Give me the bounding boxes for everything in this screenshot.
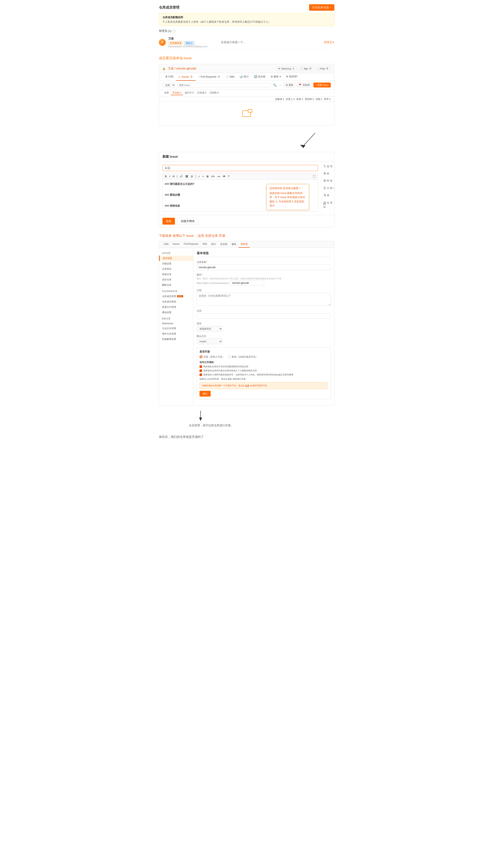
radio-open[interactable]: 开源（所有人可见） <box>199 355 224 359</box>
subtab-open[interactable]: 开启的 0 <box>171 91 183 95</box>
quote-button[interactable]: «» <box>217 175 221 178</box>
info-icon[interactable]: i <box>173 29 175 32</box>
mention-button[interactable]: @ <box>190 175 194 178</box>
nav-item-features[interactable]: 功能设置 <box>159 261 193 266</box>
tab-service[interactable]: ⚙ 服务 ▾ <box>268 73 283 81</box>
settings-tab-issues[interactable]: Issues <box>171 241 182 248</box>
repo-path-input[interactable] <box>230 280 264 286</box>
license-select-link[interactable]: 选择 <box>245 384 250 387</box>
milestone-button[interactable]: 🚩 里程碑 <box>297 83 312 88</box>
editor-content[interactable]: ### 请问题是怎么引起的? ### 重现步骤 ### 报错信息 这里的内容 是… <box>163 180 318 211</box>
nav-item-transfer[interactable]: 转移仓库 <box>159 272 193 277</box>
settings-tab-wiki[interactable]: Wiki <box>200 241 209 248</box>
fork-button[interactable]: ⑂ Fork 0 <box>316 67 331 71</box>
nav-item-convention[interactable]: 签署公约管理 <box>159 304 193 310</box>
nav-item-members[interactable]: 仓库成员管理 NEW <box>159 294 193 299</box>
language-select[interactable]: 请选择语言 <box>197 326 222 332</box>
annotation-text-1: 成员看完就来说 issue <box>159 56 335 61</box>
issue-filter-select[interactable]: 全部 <box>163 83 175 88</box>
member-role-dropdown[interactable]: 管理员 ▾ <box>324 41 335 44</box>
checkbox-3[interactable] <box>199 373 202 376</box>
repo-mock-issues: 🔒 万泉 / remote-gitcode 👁 Watching 1 ☆ Sta… <box>159 64 335 125</box>
fork-label: Fork <box>320 67 325 70</box>
nav-item-status[interactable]: 仓库状态 <box>159 266 193 272</box>
submit-issue-button[interactable]: 提建 <box>163 218 175 225</box>
settings-layout: 仓库设置 基本设置 功能设置 仓库状态 转移仓库 清空仓库 删除仓库 代码库策略… <box>159 248 334 405</box>
nav-item-delete[interactable]: 删除仓库 <box>159 282 193 288</box>
submit-continue-button[interactable]: 创建并继续 <box>177 218 198 225</box>
issue-title-input[interactable] <box>163 165 318 171</box>
image-button[interactable]: 🖼 <box>185 175 189 178</box>
star-button[interactable]: ☆ Star 0 <box>299 66 314 71</box>
repo-intro-textarea[interactable] <box>197 293 331 306</box>
filter-assignee[interactable]: 负责人 ▾ <box>286 97 295 101</box>
settings-tab-code[interactable]: 代码 <box>162 241 171 248</box>
new-issue-button[interactable]: + 新建 Issue <box>314 83 331 88</box>
tab-stats[interactable]: 📊 统计 <box>237 73 251 81</box>
settings-tab-manage[interactable]: 我管理 <box>238 241 250 248</box>
filter-creator[interactable]: 创建者 ▾ <box>275 97 284 101</box>
heading-button[interactable]: H <box>172 175 175 178</box>
fullscreen-button[interactable]: ⛶ <box>312 175 316 178</box>
italic-button[interactable]: I <box>169 175 171 178</box>
tab-pipeline[interactable]: 🔄 流水线 <box>251 73 268 81</box>
new-issue-sidebar: 负责人 无 标签 无 里程碑 无 关联分支 无 置顶 不 优先级 <box>321 161 334 215</box>
subtab-all[interactable]: 全部 <box>163 91 171 95</box>
final-text: 保存后，我们的仓库就是开源的了 <box>159 435 335 439</box>
nav-item-protect-branch[interactable]: 保护分支设置 <box>159 331 193 337</box>
subtab-rejected[interactable]: 已拒绝 0 <box>208 91 220 95</box>
nav-item-unbind[interactable]: 快速解绑设置 <box>159 337 193 342</box>
kanban-button[interactable]: ⊞ 看板 <box>284 83 295 88</box>
settings-tab-pipeline[interactable]: 流水线 <box>218 241 230 248</box>
preview-button[interactable]: 👁 <box>222 175 226 178</box>
help-button[interactable]: ? <box>227 175 230 178</box>
repo-name-input[interactable] <box>197 265 331 270</box>
notice-content: 个人私有仓库最多支持 5 人协作（如个人拥有多个私有仓库，所有协作人数总计不得超… <box>163 20 271 23</box>
filter-sort[interactable]: 排序 ▾ <box>324 97 330 101</box>
nav-item-clear[interactable]: 清空仓库 <box>159 277 193 282</box>
path-hint: 路径（路径）也是代码仓库的访问 URL 路径，更改仓库路径可能导致现有仓库地址不… <box>197 277 331 280</box>
nav-item-basic[interactable]: 基本设置 <box>159 256 193 261</box>
repo-homepage-input[interactable] <box>197 313 331 319</box>
table-button[interactable]: ⊞ <box>206 175 209 178</box>
issue-search-input[interactable] <box>177 83 272 87</box>
filter-milestone[interactable]: 里程碑 ▾ <box>305 97 314 101</box>
subtab-closed[interactable]: 已完成 0 <box>195 91 208 95</box>
notice-box: 仓库成员配额说明 个人私有仓库最多支持 5 人协作（如个人拥有多个私有仓库，所有… <box>159 13 335 26</box>
field-label-language: 语言 <box>197 322 331 325</box>
field-label-default-branch: 默认分支 <box>197 335 331 338</box>
bold-button[interactable]: B <box>165 175 168 178</box>
tab-prs[interactable]: ⑂ Pull Requests 0 <box>196 73 223 81</box>
search-icon[interactable]: 🔍 <box>273 84 277 87</box>
tab-issues[interactable]: ⚠ Issues 0 <box>176 73 196 81</box>
nav-item-notify[interactable]: 通知设置 <box>159 310 193 315</box>
tab-wiki[interactable]: 📄 Wiki <box>223 73 237 81</box>
checkbox-2[interactable] <box>199 369 202 372</box>
add-member-button[interactable]: 添加仓库成员 + <box>309 4 334 11</box>
nav-item-member-approval[interactable]: 仓库成员审批 <box>159 299 193 304</box>
checkbox-item-2: 我承诺此仓库内不超过仓库内容他人个人隐私的相关记录 <box>199 369 328 372</box>
code-button[interactable]: </> <box>210 175 215 178</box>
tab-manage[interactable]: ⚙ 我管理* <box>283 73 300 81</box>
confirm-button[interactable]: 确认 <box>199 391 211 396</box>
filter-feature[interactable]: 功能 ▾ <box>316 97 322 101</box>
settings-tab-prs[interactable]: Pull Requests <box>181 241 200 248</box>
tab-code[interactable]: 🖥 代码 <box>163 73 176 81</box>
ul-button[interactable]: ≡ <box>198 175 200 178</box>
subtab-inprogress[interactable]: 进行中 0 <box>183 91 195 95</box>
watching-button[interactable]: 👁 Watching 1 <box>276 67 297 71</box>
arrow-container <box>159 132 335 150</box>
ol-button[interactable]: ≡ <box>202 175 205 178</box>
radio-private[interactable]: 私有（仅协作成员可见） <box>228 355 258 359</box>
link-button[interactable]: 🔗 <box>179 175 184 178</box>
more-icon[interactable]: ··· <box>279 83 282 87</box>
checkbox-1[interactable] <box>199 365 202 368</box>
settings-tab-service[interactable]: 服务 <box>230 241 238 248</box>
nav-item-intro-files[interactable]: 引达文件管理 <box>159 326 193 331</box>
repo-name-link[interactable]: 万泉 / remote-gitcode <box>168 67 196 71</box>
settings-content: 基本信息 仓库名称 * 路径 * 路径（路径）也是代码仓库的访问 URL 路径，… <box>193 248 334 405</box>
settings-tab-stats[interactable]: 统计 <box>209 241 218 248</box>
default-branch-select[interactable]: master <box>197 339 222 344</box>
filter-label[interactable]: 标签 ▾ <box>297 97 303 101</box>
nav-item-webhooks[interactable]: WebHooks <box>159 321 193 326</box>
